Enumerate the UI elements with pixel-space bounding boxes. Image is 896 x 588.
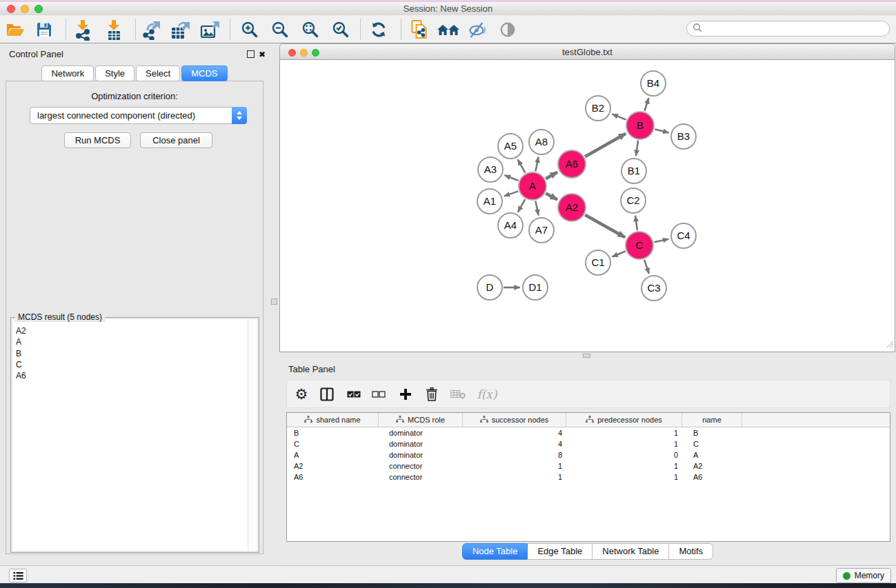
- close-panel-button[interactable]: Close panel: [140, 132, 212, 148]
- network-window-titlebar[interactable]: testGlobe.txt: [279, 43, 895, 60]
- open-icon[interactable]: [6, 17, 25, 42]
- graph-edge[interactable]: [518, 159, 526, 172]
- list-item[interactable]: A6: [12, 370, 257, 381]
- window-resize-grip[interactable]: [885, 338, 894, 351]
- graph-edge[interactable]: [635, 216, 637, 230]
- table-cell[interactable]: A2: [682, 460, 742, 472]
- graph-edge[interactable]: [585, 215, 625, 237]
- tab-node-table[interactable]: Node Table: [462, 543, 528, 560]
- import-table-icon[interactable]: [106, 17, 122, 42]
- birdseye-view-icon[interactable]: [499, 17, 517, 42]
- table-cell[interactable]: A6: [287, 472, 379, 483]
- table-cell[interactable]: 1: [463, 472, 566, 483]
- table-cell[interactable]: 0: [566, 449, 682, 460]
- network-canvas[interactable]: B4B2BB3A8A5A6A3B1AA1C2A2A4A7C4CC1C3DD1: [279, 60, 895, 352]
- table-cell[interactable]: C: [682, 438, 742, 449]
- tab-style[interactable]: Style: [95, 65, 135, 81]
- list-item[interactable]: A: [12, 336, 257, 347]
- hide-graphics-details-icon[interactable]: [468, 17, 487, 42]
- tab-network[interactable]: Network: [41, 65, 94, 81]
- tab-network-table[interactable]: Network Table: [593, 543, 669, 560]
- refresh-icon[interactable]: [370, 17, 388, 42]
- zoom-in-icon[interactable]: [241, 17, 259, 42]
- node-table[interactable]: shared nameMCDS rolesuccessor nodesprede…: [286, 412, 890, 542]
- memory-button[interactable]: Memory: [836, 568, 891, 583]
- list-item[interactable]: A2: [12, 325, 257, 336]
- clone-network-icon[interactable]: [411, 17, 430, 42]
- add-column-icon[interactable]: [399, 381, 412, 407]
- graph-edge[interactable]: [645, 98, 649, 111]
- table-row[interactable]: Cdominator41C: [287, 438, 890, 449]
- table-row[interactable]: Adominator80A: [287, 449, 890, 460]
- table-cell[interactable]: 1: [463, 460, 566, 472]
- graph-edge[interactable]: [644, 260, 649, 274]
- search-box[interactable]: [686, 21, 890, 37]
- tab-select[interactable]: Select: [136, 65, 180, 81]
- graph-edge[interactable]: [654, 239, 668, 243]
- list-item[interactable]: B: [12, 348, 257, 359]
- table-cell[interactable]: dominator: [379, 449, 463, 460]
- zoom-fit-icon[interactable]: [301, 17, 319, 42]
- zoom-selected-icon[interactable]: [332, 17, 350, 42]
- table-cell[interactable]: dominator: [379, 427, 463, 438]
- home-icon[interactable]: [437, 17, 459, 42]
- table-cell[interactable]: 4: [463, 427, 566, 438]
- table-cell[interactable]: A6: [682, 472, 742, 483]
- delete-icon[interactable]: [426, 381, 438, 407]
- columns-icon[interactable]: [320, 381, 334, 407]
- table-cell[interactable]: 4: [463, 438, 566, 449]
- vertical-splitter-handle[interactable]: [271, 298, 277, 305]
- graph-edge[interactable]: [535, 201, 538, 216]
- table-cell[interactable]: connector: [379, 460, 463, 472]
- column-header[interactable]: successor nodes: [463, 413, 566, 427]
- table-cell[interactable]: dominator: [379, 438, 463, 449]
- graph-edge[interactable]: [585, 134, 626, 156]
- tab-mcds[interactable]: MCDS: [181, 65, 227, 81]
- graph-edge[interactable]: [655, 129, 668, 132]
- main-titlebar[interactable]: Session: New Session: [0, 2, 896, 16]
- table-cell[interactable]: B: [287, 427, 379, 438]
- graph-edge[interactable]: [612, 114, 626, 119]
- table-cell[interactable]: 1: [566, 438, 682, 449]
- zoom-out-icon[interactable]: [271, 17, 289, 42]
- export-table-icon[interactable]: [170, 17, 191, 42]
- table-cell[interactable]: 1: [566, 460, 682, 472]
- function-builder-icon[interactable]: f(x): [477, 381, 497, 407]
- table-cell[interactable]: C: [287, 438, 379, 449]
- table-cell[interactable]: 1: [566, 472, 682, 483]
- select-checked-icon[interactable]: [347, 381, 361, 407]
- tab-edge-table[interactable]: Edge Table: [528, 543, 593, 560]
- export-image-icon[interactable]: [200, 17, 221, 42]
- table-row[interactable]: A2connector11A2: [287, 460, 890, 472]
- graph-edge[interactable]: [535, 157, 538, 172]
- horizontal-splitter-handle[interactable]: [583, 354, 590, 358]
- graph-edge[interactable]: [504, 175, 518, 181]
- table-row[interactable]: A6connector11A6: [287, 472, 890, 483]
- graph-edge[interactable]: [546, 194, 557, 200]
- table-cell[interactable]: 1: [566, 427, 682, 438]
- graph-edge[interactable]: [504, 191, 519, 196]
- column-header[interactable]: name: [682, 413, 742, 427]
- graph-edge[interactable]: [518, 199, 525, 212]
- graph-edge[interactable]: [636, 141, 638, 156]
- table-cell[interactable]: A2: [287, 460, 379, 472]
- table-cell[interactable]: B: [682, 427, 742, 438]
- float-panel-icon[interactable]: [247, 50, 255, 58]
- close-panel-icon[interactable]: ✖: [259, 50, 266, 59]
- run-mcds-button[interactable]: Run MCDS: [64, 132, 131, 148]
- column-header[interactable]: MCDS role: [379, 413, 463, 427]
- result-scrollbar[interactable]: [248, 319, 257, 551]
- graph-edge[interactable]: [612, 251, 625, 256]
- table-cell[interactable]: A: [287, 449, 379, 460]
- column-header[interactable]: predecessor nodes: [566, 413, 682, 427]
- optimization-criterion-dropdown[interactable]: largest connected component (directed): [30, 107, 247, 124]
- gear-icon[interactable]: ⚙: [295, 381, 308, 407]
- export-network-icon[interactable]: [142, 17, 161, 42]
- search-input[interactable]: [706, 22, 889, 36]
- graph-edge[interactable]: [546, 172, 557, 179]
- mcds-result-list[interactable]: A2ABCA6: [12, 319, 257, 551]
- table-cell[interactable]: A: [682, 449, 742, 460]
- delete-table-icon[interactable]: [450, 381, 466, 407]
- list-item[interactable]: C: [12, 359, 257, 370]
- table-cell[interactable]: 8: [463, 449, 566, 460]
